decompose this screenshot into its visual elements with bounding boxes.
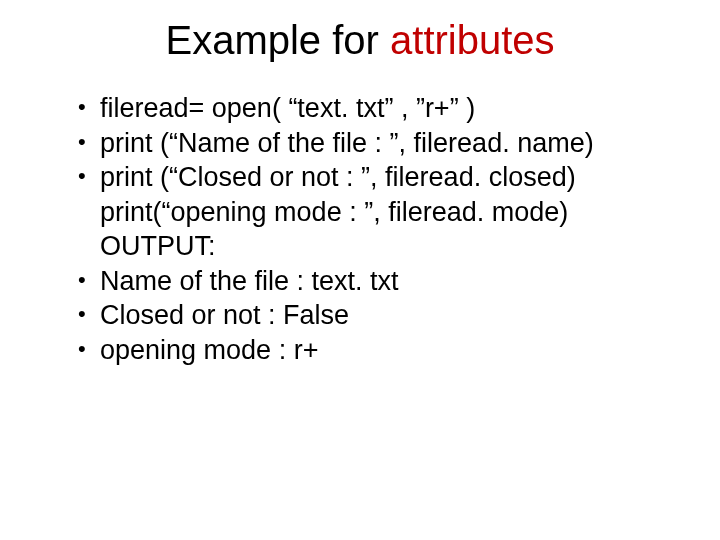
slide: Example for attributes fileread= open( “… [0,0,720,540]
bullet-6: opening mode : r+ [78,333,670,368]
title-word-3: attributes [390,18,555,62]
title-word-1: Example [165,18,321,62]
bullet-6-text: opening mode : r+ [100,335,318,365]
bullet-3-text-line3: OUTPUT: [100,229,670,264]
bullet-2: print (“Name of the file : ”, fileread. … [78,126,670,161]
bullet-3-text-line1: print (“Closed or not : ”, fileread. clo… [100,162,576,192]
bullet-5: Closed or not : False [78,298,670,333]
slide-body: fileread= open( “text. txt” , ”r+” ) pri… [50,91,670,367]
bullet-4-text: Name of the file : text. txt [100,266,399,296]
bullet-5-text: Closed or not : False [100,300,349,330]
bullet-1-text: fileread= open( “text. txt” , ”r+” ) [100,93,475,123]
bullet-2-text: print (“Name of the file : ”, fileread. … [100,128,594,158]
bullet-3-text-line2: print(“opening mode : ”, fileread. mode) [100,195,670,230]
bullet-1: fileread= open( “text. txt” , ”r+” ) [78,91,670,126]
bullet-3: print (“Closed or not : ”, fileread. clo… [78,160,670,264]
title-word-2: for [332,18,379,62]
bullet-4: Name of the file : text. txt [78,264,670,299]
slide-title: Example for attributes [50,18,670,63]
